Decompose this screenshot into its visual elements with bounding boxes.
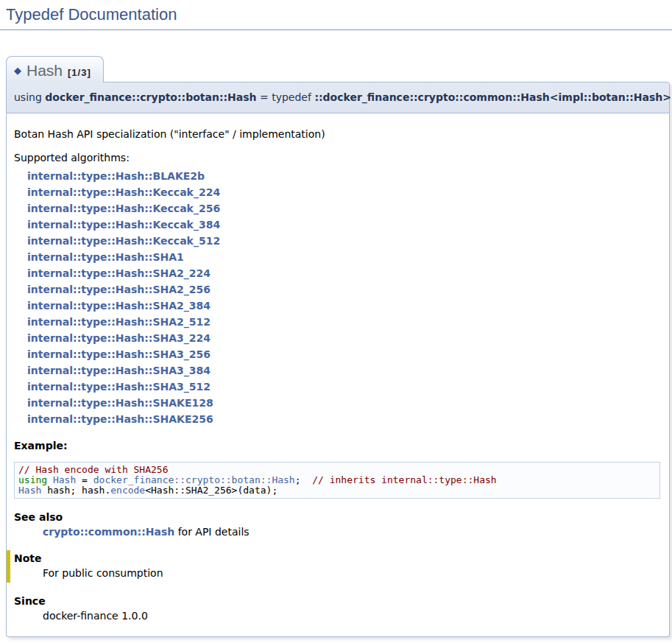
note-heading: Note (14, 552, 660, 564)
algorithm-link[interactable]: internal::type::Hash::SHA3_224 (27, 330, 660, 346)
algorithm-link[interactable]: internal::type::Hash::SHA3_384 (27, 362, 660, 379)
member-overload-count: [1/3] (68, 67, 91, 78)
algorithm-link[interactable]: internal::type::Hash::Keccak_384 (27, 217, 660, 233)
code-link[interactable]: docker_finance::crypto::botan::Hash (93, 474, 295, 485)
using-keyword: using (14, 91, 45, 103)
example-section: Example: (14, 440, 660, 451)
code-fragment: // Hash encode with SHA256using Hash = d… (14, 462, 660, 499)
see-also-link[interactable]: crypto::common::Hash (43, 526, 174, 538)
typedef-target-type: ::docker_finance::crypto::common::Hash<i… (314, 91, 671, 103)
code-line: // Hash encode with SHA256 (18, 465, 656, 475)
code-token: hash; hash. (41, 485, 110, 496)
code-token: = (76, 474, 93, 485)
algorithm-link[interactable]: internal::type::Hash::SHA2_256 (27, 281, 660, 298)
code-token: <Hash::SHA2_256>(data); (145, 485, 277, 496)
member-tab[interactable]: ◆Hash[1/3] (6, 56, 104, 82)
typedef-name: docker_finance::crypto::botan::Hash (45, 91, 256, 103)
algorithm-link[interactable]: internal::type::Hash::SHAKE128 (27, 395, 660, 411)
note-section: Note For public consumption (7, 550, 660, 583)
algorithm-link[interactable]: internal::type::Hash::Keccak_256 (27, 200, 660, 217)
see-also-suffix: for API details (174, 526, 249, 538)
algorithm-link[interactable]: internal::type::Hash::SHA2_224 (27, 265, 660, 281)
equals-typedef: = typedef (257, 91, 315, 103)
algorithm-list: internal::type::Hash::BLAKE2binternal::t… (27, 168, 660, 427)
example-heading: Example: (14, 440, 660, 451)
algorithm-link[interactable]: internal::type::Hash::SHA2_384 (27, 298, 660, 314)
page-title: Typedef Documentation (0, 0, 672, 30)
typedef-declaration: using docker_finance::crypto::botan::Has… (6, 82, 670, 113)
since-text: docker-finance 1.0.0 (43, 610, 660, 622)
note-text: For public consumption (43, 567, 660, 579)
member-documentation: Botan Hash API specialization ("interfac… (6, 113, 670, 637)
algorithm-link[interactable]: internal::type::Hash::SHAKE256 (27, 411, 660, 427)
algorithm-link[interactable]: internal::type::Hash::Keccak_224 (27, 184, 660, 200)
diamond-icon: ◆ (14, 65, 21, 76)
algorithm-link[interactable]: internal::type::Hash::BLAKE2b (27, 168, 660, 184)
supported-algorithms-label: Supported algorithms: (14, 152, 660, 164)
since-section: Since docker-finance 1.0.0 (14, 595, 660, 622)
algorithm-link[interactable]: internal::type::Hash::SHA2_512 (27, 314, 660, 330)
see-also-heading: See also (14, 511, 660, 523)
code-token (47, 474, 53, 485)
since-heading: Since (14, 595, 660, 607)
algorithm-link[interactable]: internal::type::Hash::SHA3_512 (27, 379, 660, 395)
code-token: // Hash encode with SHA256 (18, 464, 169, 475)
algorithm-link[interactable]: internal::type::Hash::SHA1 (27, 249, 660, 265)
code-token: ; (295, 474, 312, 485)
code-line: using Hash = docker_finance::crypto::bot… (18, 475, 656, 485)
code-token: // inherits internal::type::Hash (312, 474, 496, 485)
code-link[interactable]: encode (110, 485, 145, 496)
code-line: Hash hash; hash.encode<Hash::SHA2_256>(d… (18, 485, 656, 496)
code-link[interactable]: Hash (18, 485, 41, 496)
see-also-section: See also crypto::common::Hash for API de… (14, 511, 660, 538)
code-link[interactable]: Hash (53, 474, 76, 485)
algorithm-link[interactable]: internal::type::Hash::Keccak_512 (27, 233, 660, 249)
see-also-content: crypto::common::Hash for API details (43, 526, 660, 538)
code-token: using (18, 474, 47, 485)
member-item: using docker_finance::crypto::botan::Has… (6, 82, 670, 637)
brief-description: Botan Hash API specialization ("interfac… (14, 128, 660, 140)
algorithm-link[interactable]: internal::type::Hash::SHA3_256 (27, 346, 660, 362)
member-tab-title: Hash (26, 62, 63, 79)
